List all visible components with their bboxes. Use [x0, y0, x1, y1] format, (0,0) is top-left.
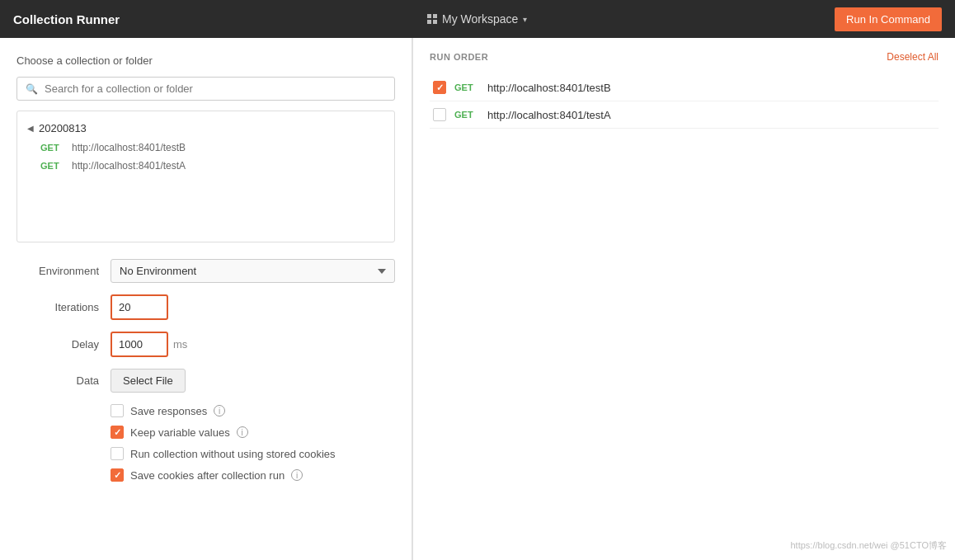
topbar-center: My Workspace ▾: [427, 12, 527, 26]
iterations-label: Iterations: [16, 301, 99, 313]
data-label: Data: [16, 374, 99, 387]
collection-tree: ◀ 20200813 GET http://localhost:8401/tes…: [16, 111, 395, 242]
save-responses-info-icon[interactable]: i: [214, 405, 225, 416]
folder-name: 20200813: [39, 122, 87, 134]
run-item-2-method: GET: [454, 110, 479, 120]
save-responses-checkbox[interactable]: [111, 404, 124, 417]
deselect-all-button[interactable]: Deselect All: [887, 51, 939, 63]
topbar-left: Collection Runner: [13, 12, 120, 26]
delay-input[interactable]: [111, 332, 168, 357]
checkbox-row-save-cookies: Save cookies after collection run i: [111, 468, 395, 482]
data-row: Data Select File: [16, 369, 395, 393]
run-order-header: RUN ORDER Deselect All: [430, 51, 939, 63]
left-panel: Choose a collection or folder 🔍 ◀ 202008…: [0, 38, 412, 560]
url-label-2: http://localhost:8401/testA: [72, 160, 186, 172]
tree-folder-item[interactable]: ◀ 20200813: [17, 118, 394, 139]
keep-variable-info-icon[interactable]: i: [237, 426, 248, 438]
choose-label: Choose a collection or folder: [16, 54, 395, 67]
delay-label: Delay: [16, 338, 99, 351]
search-box: 🔍: [16, 77, 395, 101]
save-cookies-info-icon[interactable]: i: [291, 469, 303, 481]
tree-arrow-icon: ◀: [27, 124, 34, 133]
keep-variable-label: Keep variable values: [130, 426, 230, 439]
run-item-1: GET http://localhost:8401/testB: [430, 74, 939, 101]
environment-select[interactable]: No Environment: [111, 259, 395, 283]
method-label-2: GET: [40, 161, 65, 171]
run-item-2-url: http://localhost:8401/testA: [487, 109, 611, 121]
method-label-1: GET: [40, 143, 65, 153]
run-item-1-checkbox[interactable]: [433, 81, 446, 94]
checkbox-row-save-responses: Save responses i: [111, 404, 395, 417]
tree-child-item-1[interactable]: GET http://localhost:8401/testB: [17, 139, 394, 157]
save-responses-label: Save responses: [130, 405, 207, 417]
iterations-row: Iterations: [16, 294, 395, 320]
main-layout: Choose a collection or folder 🔍 ◀ 202008…: [0, 38, 955, 560]
search-input[interactable]: [45, 82, 386, 95]
save-cookies-label: Save cookies after collection run: [130, 469, 285, 482]
checkbox-row-keep-variable: Keep variable values i: [111, 426, 395, 439]
chevron-down-icon[interactable]: ▾: [523, 15, 527, 24]
run-item-2: GET http://localhost:8401/testA: [430, 101, 939, 129]
app-title: Collection Runner: [13, 12, 120, 26]
tree-child-item-2[interactable]: GET http://localhost:8401/testA: [17, 157, 394, 175]
run-item-1-url: http://localhost:8401/testB: [487, 82, 611, 94]
no-cookies-label: Run collection without using stored cook…: [130, 448, 336, 460]
iterations-input[interactable]: [111, 294, 168, 320]
run-item-2-checkbox[interactable]: [433, 108, 446, 121]
topbar: Collection Runner My Workspace ▾ Run In …: [0, 0, 955, 38]
select-file-button[interactable]: Select File: [111, 369, 186, 393]
save-cookies-checkbox[interactable]: [111, 468, 124, 482]
search-icon: 🔍: [26, 83, 38, 95]
keep-variable-checkbox[interactable]: [111, 426, 124, 439]
run-in-command-button[interactable]: Run In Command: [835, 7, 942, 31]
run-item-1-method: GET: [454, 82, 479, 92]
environment-row: Environment No Environment: [16, 259, 395, 283]
url-label-1: http://localhost:8401/testB: [72, 142, 186, 153]
delay-row: Delay ms: [16, 332, 395, 357]
right-panel: RUN ORDER Deselect All GET http://localh…: [413, 38, 955, 560]
watermark: https://blog.csdn.net/wei @51CTO博客: [791, 539, 948, 552]
run-order-title: RUN ORDER: [430, 52, 488, 62]
ms-label: ms: [173, 338, 187, 351]
no-cookies-checkbox[interactable]: [111, 447, 124, 460]
topbar-right: Run In Command: [835, 7, 942, 31]
workspace-label: My Workspace: [442, 12, 518, 26]
grid-icon: [427, 14, 437, 24]
checkbox-row-no-cookies: Run collection without using stored cook…: [111, 447, 395, 460]
environment-label: Environment: [16, 265, 99, 277]
